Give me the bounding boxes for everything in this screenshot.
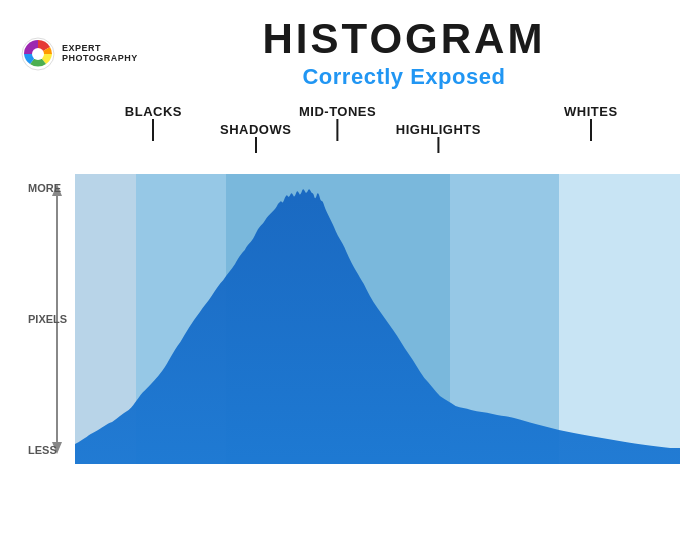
header: EXPERT PHOTOGRAPHY HISTOGRAM Correctly E… — [0, 0, 700, 90]
zone-labels: BLACKS SHADOWS MID-TONES HIGHLIGHTS WHIT… — [80, 104, 640, 174]
zone-midtones-label: MID-TONES — [299, 104, 376, 119]
logo-line2: PHOTOGRAPHY — [62, 54, 138, 64]
logo: EXPERT PHOTOGRAPHY — [20, 36, 138, 72]
y-more: MORE — [28, 182, 61, 194]
zone-blacks-label: BLACKS — [125, 104, 182, 119]
histogram-svg — [75, 174, 680, 464]
zone-whites-label: WHITES — [564, 104, 618, 119]
y-less: LESS — [28, 444, 57, 456]
zone-highlights-label: HIGHLIGHTS — [396, 122, 481, 137]
chart-wrapper: MORE PIXELS LESS — [20, 174, 680, 464]
logo-icon — [20, 36, 56, 72]
main-title: HISTOGRAM — [138, 18, 670, 60]
y-axis: MORE PIXELS LESS — [28, 174, 67, 464]
svg-point-1 — [32, 48, 44, 60]
y-pixels: PIXELS — [28, 313, 67, 325]
zone-shadows-label: SHADOWS — [220, 122, 291, 137]
subtitle: Correctly Exposed — [138, 64, 670, 90]
logo-text: EXPERT PHOTOGRAPHY — [62, 44, 138, 64]
title-area: HISTOGRAM Correctly Exposed — [138, 18, 670, 90]
